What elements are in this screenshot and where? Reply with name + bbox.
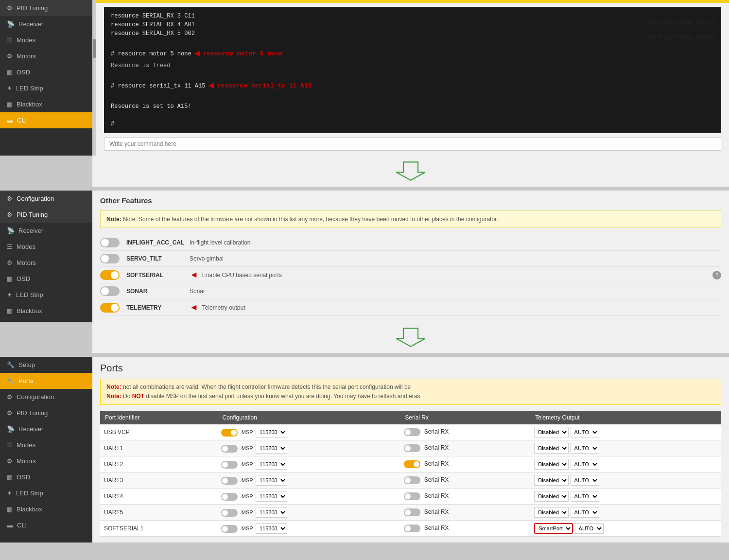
sidebar2-item-osd[interactable]: ▦ OSD: [0, 271, 92, 287]
sidebar-item-cli[interactable]: ▬ CLI: [0, 112, 92, 128]
baud-select-uart5[interactable]: 115200: [256, 507, 287, 518]
sidebar2-item-receiver[interactable]: 📡 Receiver: [0, 223, 92, 239]
red-arrow-1: ◄: [194, 47, 200, 61]
toggle-msp-uart1[interactable]: [221, 445, 238, 453]
baud-select-uart4[interactable]: 115200: [256, 491, 287, 502]
toggle-srx-uart4[interactable]: [404, 492, 420, 500]
ports-note-line1: Note: not all combinations are valid. Wh…: [106, 383, 715, 392]
telemetry-baud-uart1[interactable]: AUTO: [571, 443, 599, 454]
toggle-sonar[interactable]: [100, 286, 120, 296]
sidebar3-item-ports[interactable]: 🔧 Ports: [0, 373, 92, 389]
port-id-usb: USB VCP: [100, 424, 217, 440]
sidebar2-item-pid-tuning[interactable]: ⚙ PID Tuning: [0, 207, 92, 223]
blackbox-icon-2: ▦: [7, 307, 13, 315]
toggle-msp-uart3[interactable]: [221, 477, 238, 485]
telemetry-select-uart5[interactable]: Disabled: [534, 507, 569, 518]
config-icon-2: ⚙: [7, 195, 13, 202]
toggle-srx-uart3[interactable]: [404, 476, 420, 484]
toggle-msp-usb[interactable]: [221, 429, 238, 437]
sidebar3-item-modes[interactable]: ☰ Modes: [0, 437, 92, 453]
sidebar3-item-receiver[interactable]: 📡 Receiver: [0, 421, 92, 437]
telemetry-select-uart3[interactable]: Disabled: [534, 475, 569, 486]
pid-icon-3: ⚙: [7, 409, 13, 417]
sidebar3-item-pid[interactable]: ⚙ PID Tuning: [0, 405, 92, 421]
feature-row-telemetry: TELEMETRY ◄ Telemetry output: [100, 299, 721, 316]
telemetry-select-softserial1[interactable]: SmartPort Disabled FrSky HoTT: [534, 523, 573, 534]
baud-select-uart2[interactable]: 115200: [256, 459, 287, 470]
telemetry-select-uart1[interactable]: Disabled: [534, 443, 569, 454]
sidebar-item-motors[interactable]: ⚙ Motors: [0, 48, 92, 64]
modes-icon: ☰: [7, 36, 13, 44]
telemetry-baud-usb[interactable]: AUTO: [571, 427, 599, 438]
sidebar3-item-cli[interactable]: ▬ CLI: [0, 517, 92, 533]
baud-select-uart1[interactable]: 115200: [256, 443, 287, 454]
sidebar-item-blackbox[interactable]: ▦ Blackbox: [0, 96, 92, 112]
terminal-line-2: resource SERIAL_RX 4 A01: [111, 20, 714, 29]
toggle-softserial[interactable]: [100, 270, 120, 280]
sidebar3-item-osd[interactable]: ▦ OSD: [0, 469, 92, 485]
telemetry-select-uart2[interactable]: Disabled: [534, 459, 569, 470]
baud-select-uart3[interactable]: 115200: [256, 475, 287, 486]
baud-select-softserial1[interactable]: 115200: [256, 523, 287, 534]
sidebar3-item-setup[interactable]: 🔧 Setup: [0, 357, 92, 373]
toggle-servo-tilt[interactable]: [100, 254, 120, 263]
port-telemetry-uart1: Disabled AUTO: [530, 440, 721, 456]
page-container: ⚙ PID Tuning 📡 Receiver ☰ Modes ⚙ Motors…: [0, 0, 729, 560]
toggle-srx-uart5[interactable]: [404, 508, 420, 516]
down-arrow-svg-1: [396, 161, 425, 181]
port-id-uart4: UART4: [100, 489, 217, 505]
srx-label-uart4: Serial RX: [424, 493, 449, 500]
port-config-uart2: MSP 115200: [217, 456, 400, 472]
toggle-msp-uart2[interactable]: [221, 461, 238, 469]
toggle-msp-uart4[interactable]: [221, 493, 238, 501]
sidebar2-item-modes[interactable]: ☰ Modes: [0, 239, 92, 255]
toggle-msp-uart5[interactable]: [221, 509, 238, 517]
sidebar-item-receiver[interactable]: 📡 Receiver: [0, 16, 92, 32]
led-strip-icon: ✦: [7, 85, 12, 92]
annotation-motor5: resource motor 5 none: [203, 49, 283, 59]
toggle-msp-softserial1[interactable]: [221, 525, 238, 533]
toggle-telemetry[interactable]: [100, 303, 120, 313]
telemetry-baud-softserial1[interactable]: AUTO: [575, 523, 604, 534]
sidebar-item-modes[interactable]: ☰ Modes: [0, 32, 92, 48]
sidebar-item-osd[interactable]: ▦ OSD: [0, 64, 92, 80]
help-icon-softserial[interactable]: ?: [712, 271, 721, 280]
telemetry-select-usb[interactable]: Disabled: [534, 427, 569, 438]
sidebar3-item-led[interactable]: ✦ LED Strip: [0, 485, 92, 501]
right-annotations: S5 Pad/ motor 5/A15 S6 Pad/ motor 6/A08: [649, 15, 714, 45]
terminal-line-serial: # resource serial_tx 11 A15 ◄ resource s…: [111, 79, 714, 93]
ports-icon: 🔧: [7, 377, 15, 385]
sidebar2-item-led-strip[interactable]: ✦ LED Strip: [0, 287, 92, 303]
feature-name-telemetry: TELEMETRY: [126, 304, 190, 311]
terminal-line-blank1: [111, 38, 714, 47]
pid-icon-2: ⚙: [7, 211, 13, 218]
toggle-srx-softserial1[interactable]: [404, 525, 420, 532]
toggle-srx-usb[interactable]: [404, 428, 420, 436]
telemetry-baud-uart4[interactable]: AUTO: [571, 491, 599, 502]
sidebar-item-pid-tuning[interactable]: ⚙ PID Tuning: [0, 0, 92, 16]
sidebar3-item-blackbox[interactable]: ▦ Blackbox: [0, 501, 92, 517]
port-serialrx-uart4: Serial RX: [400, 489, 530, 505]
note1-bold: Note:: [106, 384, 122, 390]
cli-command-input[interactable]: [104, 137, 721, 151]
baud-select-usb[interactable]: 115200: [256, 427, 287, 438]
sidebar2-item-blackbox[interactable]: ▦ Blackbox: [0, 303, 92, 319]
toggle-inflight-acc-cal[interactable]: [100, 238, 120, 247]
msp-label-uart2: MSP: [242, 461, 253, 467]
telemetry-baud-uart2[interactable]: AUTO: [571, 459, 599, 470]
telemetry-baud-uart5[interactable]: AUTO: [571, 507, 599, 518]
sidebar3-item-motors[interactable]: ⚙ Motors: [0, 453, 92, 469]
scroll-bar-1[interactable]: [92, 0, 96, 156]
led-icon-3: ✦: [7, 490, 12, 497]
telemetry-select-uart4[interactable]: Disabled: [534, 491, 569, 502]
sidebar2-item-motors[interactable]: ⚙ Motors: [0, 255, 92, 271]
toggle-srx-uart1[interactable]: [404, 444, 420, 452]
sidebar2-item-configuration[interactable]: ⚙ Configuration: [0, 191, 92, 207]
toggle-srx-uart2[interactable]: [404, 460, 420, 468]
sidebar-item-led-strip[interactable]: ✦ LED Strip: [0, 80, 92, 96]
telemetry-baud-uart3[interactable]: AUTO: [571, 475, 599, 486]
terminal-line-blank4: [111, 111, 714, 120]
ports-note-line2: Note: Do NOT disable MSP on the first se…: [106, 392, 715, 401]
msp-label-uart1: MSP: [242, 445, 253, 451]
sidebar3-item-config[interactable]: ⚙ Configuration: [0, 389, 92, 405]
